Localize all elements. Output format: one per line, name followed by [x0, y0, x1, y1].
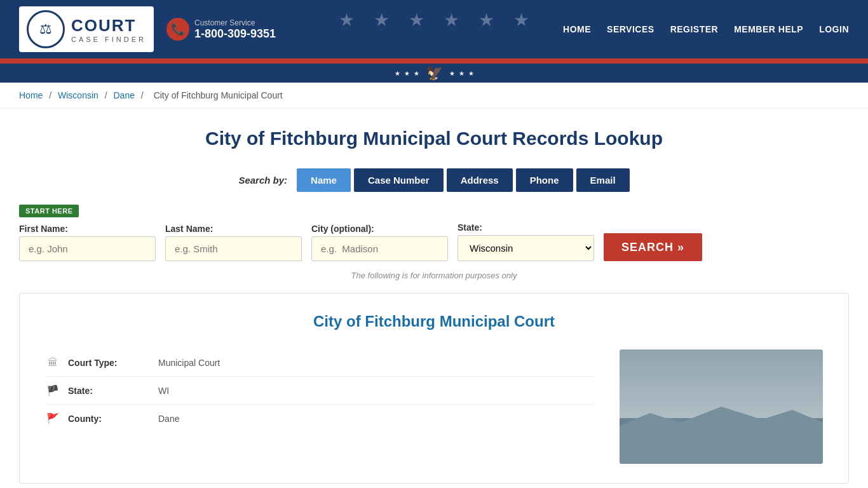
city-label: City (optional):	[311, 224, 448, 234]
court-type-value: Municipal Court	[158, 358, 220, 368]
court-details-row: 🏛 Court Type: Municipal Court 🏴 State: W…	[45, 349, 823, 464]
breadcrumb: Home / Wisconsin / Dane / City of Fitchb…	[0, 83, 868, 109]
state-label-detail: State:	[68, 386, 151, 396]
building-icon: 🏛	[45, 357, 60, 369]
phone-label: Customer Service	[194, 18, 276, 27]
logo-court-label: COURT	[71, 16, 146, 36]
nav-member-help[interactable]: MEMBER HELP	[734, 24, 803, 34]
first-name-label: First Name:	[19, 224, 156, 234]
eagle-area: ★★★ 🦅 ★★★	[395, 65, 474, 81]
first-name-field: First Name:	[19, 224, 156, 261]
tab-case-number[interactable]: Case Number	[354, 168, 444, 192]
site-header: ★★★★★★ ⚖ COURT CASE FINDER 📞 Customer Se…	[0, 0, 868, 58]
county-value: Dane	[158, 414, 179, 424]
court-type-label: Court Type:	[68, 358, 151, 368]
search-by-row: Search by: Name Case Number Address Phon…	[19, 168, 849, 192]
phone-area: 📞 Customer Service 1-800-309-9351	[166, 18, 276, 41]
logo-seal-icon: ⚖	[27, 10, 65, 48]
city-field-wrap: City (optional):	[311, 224, 448, 261]
breadcrumb-state[interactable]: Wisconsin	[58, 90, 98, 100]
wave-bar	[0, 58, 868, 64]
header-stars-decoration: ★★★★★★	[339, 10, 529, 30]
court-image	[620, 349, 823, 464]
detail-court-type: 🏛 Court Type: Municipal Court	[45, 349, 594, 377]
logo-text: COURT CASE FINDER	[71, 16, 146, 43]
last-name-field-wrap: Last Name:	[165, 224, 302, 261]
tab-email[interactable]: Email	[576, 168, 630, 192]
page-title: City of Fitchburg Municipal Court Record…	[19, 128, 849, 149]
search-button-wrap: SEARCH »	[604, 233, 702, 261]
state-select[interactable]: Wisconsin Alabama Alaska Arizona Arkansa…	[458, 235, 594, 261]
court-info-box: City of Fitchburg Municipal Court 🏛 Cour…	[19, 293, 849, 484]
phone-details: Customer Service 1-800-309-9351	[194, 18, 276, 41]
detail-county: 🚩 County: Dane	[45, 405, 594, 432]
first-name-input[interactable]	[19, 236, 156, 261]
last-name-label: Last Name:	[165, 224, 302, 234]
city-input[interactable]	[311, 236, 448, 261]
breadcrumb-sep-2: /	[105, 90, 110, 100]
building-image-placeholder	[620, 349, 823, 464]
tab-address[interactable]: Address	[447, 168, 513, 192]
pennant-icon: 🚩	[45, 412, 60, 424]
phone-icon: 📞	[166, 18, 189, 41]
main-content: City of Fitchburg Municipal Court Record…	[0, 109, 868, 488]
search-section: Search by: Name Case Number Address Phon…	[19, 168, 849, 280]
breadcrumb-sep-1: /	[49, 90, 54, 100]
nav-services[interactable]: SERVICES	[607, 24, 654, 34]
main-nav: HOME SERVICES REGISTER MEMBER HELP LOGIN	[563, 24, 849, 34]
nav-login[interactable]: LOGIN	[819, 24, 849, 34]
site-logo[interactable]: ⚖ COURT CASE FINDER	[19, 6, 154, 52]
breadcrumb-sep-3: /	[141, 90, 146, 100]
state-value: WI	[158, 386, 169, 396]
breadcrumb-county[interactable]: Dane	[114, 90, 135, 100]
wave-decoration: ★★★ 🦅 ★★★	[0, 64, 868, 83]
stars-left: ★★★	[395, 70, 419, 77]
detail-state: 🏴 State: WI	[45, 377, 594, 405]
search-form-row: First Name: Last Name: City (optional): …	[19, 222, 849, 261]
search-button[interactable]: SEARCH »	[604, 233, 702, 261]
stars-right: ★★★	[449, 70, 474, 77]
logo-finder-label: CASE FINDER	[71, 36, 146, 43]
county-label: County:	[68, 414, 151, 424]
header-left: ⚖ COURT CASE FINDER 📞 Customer Service 1…	[19, 6, 276, 52]
last-name-input[interactable]	[165, 236, 302, 261]
nav-register[interactable]: REGISTER	[670, 24, 719, 34]
court-info-title: City of Fitchburg Municipal Court	[45, 313, 823, 330]
tab-phone[interactable]: Phone	[516, 168, 573, 192]
breadcrumb-home[interactable]: Home	[19, 90, 43, 100]
state-label: State:	[458, 222, 594, 233]
court-details-left: 🏛 Court Type: Municipal Court 🏴 State: W…	[45, 349, 594, 464]
phone-number: 1-800-309-9351	[194, 27, 276, 41]
flag-icon: 🏴	[45, 384, 60, 396]
eagle-icon: 🦅	[426, 65, 443, 81]
tab-name[interactable]: Name	[297, 168, 351, 192]
start-here-badge: START HERE	[19, 205, 79, 217]
state-field-wrap: State: Wisconsin Alabama Alaska Arizona …	[458, 222, 594, 261]
nav-home[interactable]: HOME	[563, 24, 591, 34]
search-by-label: Search by:	[238, 175, 287, 186]
breadcrumb-current: City of Fitchburg Municipal Court	[154, 90, 283, 100]
info-note: The following is for information purpose…	[19, 271, 849, 280]
